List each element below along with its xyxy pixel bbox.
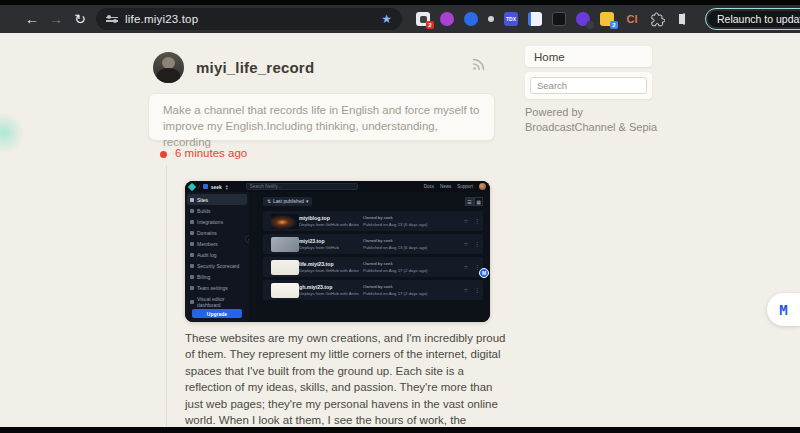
star-icon: ☆ xyxy=(464,218,469,224)
sites-list: miyiblog.topDeploys from GitHub with Ast… xyxy=(263,211,483,303)
site-thumbnail xyxy=(271,214,299,229)
menu-sites: Sites xyxy=(187,194,247,205)
timeline-dot xyxy=(160,151,167,158)
extension-icon-8[interactable] xyxy=(576,12,590,26)
powered-by-label: Powered by xyxy=(525,105,657,120)
upgrade-button: Upgrade xyxy=(192,309,242,318)
sort-dropdown: ⇅Last published▾ xyxy=(263,197,312,206)
channel-description-card: Make a channel that records life in Engl… xyxy=(148,93,495,141)
menu-members: Members xyxy=(185,238,249,249)
menu-billing: Billing xyxy=(185,271,249,282)
monica-badge-in-screenshot: M xyxy=(479,268,489,278)
extension-icon-2[interactable] xyxy=(440,12,454,26)
menu-domains: Domains xyxy=(185,227,249,238)
nav-support: Support xyxy=(457,184,473,189)
monica-assistant-tab[interactable]: M xyxy=(767,293,800,326)
menu-integrations: Integrations xyxy=(185,216,249,227)
team-name: seek xyxy=(211,184,222,190)
star-icon: ☆ xyxy=(464,241,469,247)
breadcrumb-slash: / xyxy=(198,184,200,190)
rss-icon[interactable] xyxy=(471,57,486,72)
extension-icon-6[interactable] xyxy=(528,12,542,26)
netlify-user-avatar xyxy=(479,183,486,190)
address-bar[interactable]: life.miyi23.top ★ xyxy=(96,8,402,30)
menu-team-settings: Team settings xyxy=(185,282,249,293)
relaunch-button[interactable]: Relaunch to update ⋮ xyxy=(705,8,800,30)
site-row: miyiblog.topDeploys from GitHub with Ast… xyxy=(263,211,483,231)
home-link[interactable]: Home xyxy=(525,46,652,67)
powered-by: Powered by BroadcastChannel & Sepia xyxy=(525,105,657,135)
site-row: gh.miyi23.topDeploys from GitHub with As… xyxy=(263,280,483,300)
powered-by-name[interactable]: BroadcastChannel & Sepia xyxy=(525,120,657,135)
extension-badge: 2 xyxy=(610,21,618,29)
taskbar-edge xyxy=(0,427,800,433)
monica-logo-icon: M xyxy=(779,302,787,318)
browser-toolbar: ← → ↻ life.miyi23.top ★ 2 TDX 2 Cl Relau… xyxy=(0,5,800,33)
menu-security-scorecard: Security Scorecard xyxy=(185,260,249,271)
row-menu-icon: ⋮ xyxy=(475,241,481,247)
menu-builds: Builds xyxy=(185,205,249,216)
extensions-puzzle-icon[interactable] xyxy=(650,12,665,27)
netlify-logo-icon xyxy=(188,182,196,190)
search-input[interactable] xyxy=(530,77,647,94)
extensions-row: 2 TDX 2 Cl xyxy=(416,12,665,27)
star-icon: ☆ xyxy=(464,287,469,293)
team-switcher-icon: ▲▼ xyxy=(225,184,229,190)
extension-icon-4[interactable] xyxy=(488,16,494,22)
channel-description: Make a channel that records life in Engl… xyxy=(163,104,479,148)
site-thumbnail xyxy=(271,283,299,298)
floating-widget-glow xyxy=(0,111,24,155)
nav-news: News xyxy=(440,184,451,189)
netlify-sidebar: Sites Builds Integrations Domains Member… xyxy=(185,192,249,322)
back-icon[interactable]: ← xyxy=(20,11,44,27)
row-menu-icon: ⋮ xyxy=(475,218,481,224)
extension-icon-7[interactable] xyxy=(552,12,566,26)
menu-visual-editor: Visual editor dashboard xyxy=(185,296,249,307)
grid-view-icon: ▦ xyxy=(474,197,483,206)
netlify-search-bar: Search Netlify... xyxy=(246,183,358,190)
view-toggles: ☰▦ xyxy=(465,197,483,206)
site-thumbnail xyxy=(271,260,299,275)
site-row: miyi23.topDeploys from GitHub Owned by s… xyxy=(263,234,483,254)
relaunch-label: Relaunch to update xyxy=(717,13,800,25)
netlify-dashboard: / seek ▲▼ Search Netlify... Docs News Su… xyxy=(185,181,490,322)
netlify-topbar: / seek ▲▼ Search Netlify... Docs News Su… xyxy=(185,181,490,192)
url-text[interactable]: life.miyi23.top xyxy=(125,13,381,25)
claude-extension-icon[interactable]: Cl xyxy=(624,12,640,26)
team-avatar xyxy=(203,184,208,189)
timeline-line xyxy=(166,165,167,427)
bookmark-star-icon[interactable]: ★ xyxy=(381,12,392,26)
menu-audit-log: Audit log xyxy=(185,249,249,260)
channel-title: miyi_life_record xyxy=(196,59,314,76)
page-content: miyi_life_record Make a channel that rec… xyxy=(0,33,800,427)
post-image-netlify-dashboard[interactable]: / seek ▲▼ Search Netlify... Docs News Su… xyxy=(185,181,490,322)
search-card xyxy=(525,72,652,99)
list-view-icon: ☰ xyxy=(465,197,474,206)
site-row: life.miyi23.topDeploys from GitHub with … xyxy=(263,257,483,277)
netlify-nav: Docs News Support xyxy=(424,183,486,190)
extension-badge: 2 xyxy=(426,21,434,29)
netlify-search-placeholder: Search Netlify... xyxy=(250,184,281,189)
extension-icon-1[interactable]: 2 xyxy=(416,12,430,26)
site-settings-icon[interactable] xyxy=(106,17,118,22)
reload-icon[interactable]: ↻ xyxy=(68,11,92,27)
extension-icon-9[interactable]: 2 xyxy=(600,12,614,26)
site-thumbnail xyxy=(271,237,299,252)
netlify-main: ⇅Last published▾ ☰▦ miyiblog.topDeploys … xyxy=(249,192,490,322)
channel-avatar[interactable] xyxy=(153,52,184,83)
post-body: These websites are my own creations, and… xyxy=(185,330,512,427)
star-icon: ☆ xyxy=(464,264,469,270)
side-panel-icon[interactable] xyxy=(683,13,685,25)
forward-icon[interactable]: → xyxy=(44,11,68,27)
extension-icon-5[interactable]: TDX xyxy=(504,12,518,26)
extension-icon-3[interactable] xyxy=(464,12,478,26)
nav-docs: Docs xyxy=(424,184,434,189)
post-timestamp[interactable]: 6 minutes ago xyxy=(175,147,247,159)
row-menu-icon: ⋮ xyxy=(475,287,481,293)
